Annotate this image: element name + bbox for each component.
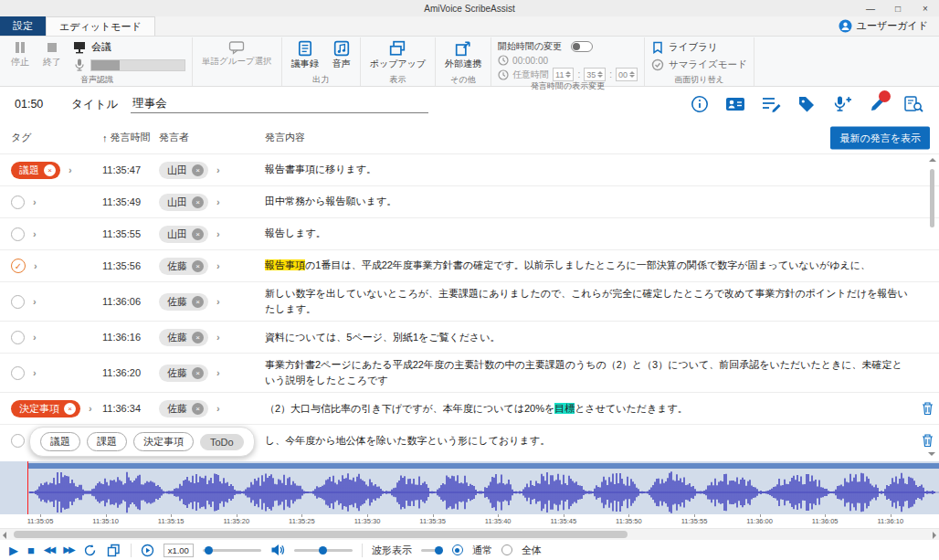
table-row[interactable]: ✓›11:35:56佐藤×›報告事項の1番目は、平成22年度事業方針書の確定です… (0, 249, 939, 281)
chevron-right-icon[interactable]: › (33, 196, 37, 207)
column-header-tag[interactable]: タグ (11, 131, 102, 144)
waveform[interactable] (0, 461, 939, 514)
tag-option[interactable]: 議題 (40, 432, 80, 451)
remove-speaker-icon[interactable]: × (192, 196, 204, 208)
speech-text[interactable]: 新しい数字を出していないところが、主要課題にありましたので、これらが完全に確定し… (250, 286, 915, 317)
chevron-right-icon[interactable]: › (216, 296, 220, 307)
play-button[interactable]: ▶ (9, 544, 18, 556)
spin-up-icon[interactable] (629, 71, 635, 74)
column-header-content[interactable]: 発言内容 (250, 131, 915, 144)
add-speaker-mic-button[interactable] (831, 93, 853, 115)
minimize-button[interactable]: — (857, 0, 884, 16)
chevron-right-icon[interactable]: › (216, 332, 220, 343)
table-row[interactable]: 決定事項×›11:36:34佐藤×›（2）大口与信比率の引き下げですが、本年度に… (0, 392, 939, 424)
remove-tag-icon[interactable]: × (44, 164, 56, 176)
table-row[interactable]: ›11:36:06佐藤×›新しい数字を出していないところが、主要課題にありました… (0, 281, 939, 321)
info-button[interactable] (689, 93, 711, 115)
speaker-pill[interactable]: 山田× (159, 226, 208, 243)
tag-select-circle[interactable] (11, 366, 25, 380)
speed-slider[interactable] (203, 549, 261, 552)
speaker-pill[interactable]: 佐藤× (159, 400, 208, 417)
table-row[interactable]: 議題×›11:35:47山田×›報告書事項に移ります。 (0, 153, 939, 185)
table-row[interactable]: ›11:35:49山田×›田中常務から報告願います。 (0, 185, 939, 217)
tag-select-circle[interactable] (11, 331, 25, 344)
speech-text[interactable]: 報告します。 (250, 226, 915, 241)
mode-normal-radio[interactable] (452, 544, 463, 555)
waveform-display-toggle[interactable] (421, 549, 443, 552)
spin-up-icon[interactable] (565, 71, 571, 74)
stop-playback-button[interactable]: ■ (27, 544, 35, 556)
table-row[interactable]: ›11:35:55山田×›報告します。 (0, 217, 939, 249)
volume-slider-knob[interactable] (319, 546, 327, 555)
spin-down-icon[interactable] (565, 75, 571, 78)
spin-up-icon[interactable] (597, 71, 603, 74)
chevron-right-icon[interactable]: › (216, 164, 220, 175)
table-row[interactable]: ›11:36:16佐藤×›資料については、5ページ、別紙1をご覧ください。 (0, 321, 939, 353)
playhead-cursor[interactable] (27, 461, 28, 514)
remove-speaker-icon[interactable]: × (192, 332, 204, 343)
chevron-right-icon[interactable]: › (216, 228, 220, 239)
column-header-speaker[interactable]: 発言者 (159, 131, 250, 144)
close-button[interactable]: × (912, 0, 939, 16)
chevron-right-icon[interactable]: › (69, 164, 72, 175)
summarize-mode-button[interactable]: サマライズモード (651, 58, 747, 71)
tag-option[interactable]: ToDo (200, 434, 244, 450)
spin-down-icon[interactable] (597, 75, 603, 78)
table-row[interactable]: ›11:36:20佐藤×›事業方針書2ページにあたる平成22年度の主要計数の中の… (0, 353, 939, 392)
spin-down-icon[interactable] (629, 75, 635, 78)
copy-button[interactable] (107, 543, 121, 557)
minutes-output-button[interactable]: 議事録 (289, 38, 322, 72)
volume-icon[interactable] (270, 544, 285, 556)
scroll-right-icon[interactable] (933, 532, 936, 539)
chevron-right-icon[interactable]: › (89, 403, 92, 414)
remove-speaker-icon[interactable]: × (192, 403, 204, 415)
remove-speaker-icon[interactable]: × (192, 296, 204, 308)
library-button[interactable]: ライブラリ (651, 41, 747, 54)
tab-edit-mode[interactable]: エディットモード (46, 16, 155, 36)
stop-button[interactable]: 停止 (8, 38, 32, 70)
table-scrollbar[interactable] (926, 156, 938, 460)
speech-text[interactable]: 事業方針書2ページにあたる平成22年度の主要計数の中の主要課題のうちの（2）と（… (250, 357, 915, 388)
tab-settings[interactable]: 設定 (0, 16, 46, 36)
tag-badge[interactable]: 決定事項× (11, 400, 80, 417)
tag-option[interactable]: 課題 (87, 432, 127, 451)
scroll-up-icon[interactable] (929, 158, 936, 162)
speech-text[interactable]: 報告事項の1番目は、平成22年度事業方針書の確定です。以前示しましたところに一部… (250, 258, 915, 273)
tag-select-circle[interactable] (11, 195, 25, 209)
speech-text[interactable]: 報告書事項に移ります。 (250, 162, 915, 177)
scroll-down-icon[interactable] (928, 452, 935, 456)
speed-slider-knob[interactable] (205, 546, 213, 555)
speaker-pill[interactable]: 山田× (159, 162, 208, 179)
speaker-pill[interactable]: 佐藤× (159, 365, 208, 382)
mode-all-radio[interactable] (501, 544, 512, 555)
speaker-card-button[interactable] (724, 93, 746, 115)
volume-slider[interactable] (294, 549, 353, 552)
repeat-button[interactable] (83, 543, 98, 557)
end-button[interactable]: 終了 (40, 38, 64, 70)
tag-select-circle[interactable] (11, 434, 25, 448)
audio-output-button[interactable]: 音声 (330, 38, 353, 72)
chevron-right-icon[interactable]: › (216, 260, 220, 271)
chevron-right-icon[interactable]: › (216, 196, 220, 207)
hour-spinner[interactable]: 11 (553, 68, 574, 81)
second-spinner[interactable]: 00 (616, 68, 638, 81)
tag-badge[interactable]: 議題× (11, 162, 60, 179)
speaker-pill[interactable]: 佐藤× (159, 258, 208, 275)
edit-list-button[interactable] (760, 93, 782, 115)
minute-spinner[interactable]: 35 (584, 68, 606, 81)
speaker-pill[interactable]: 山田× (159, 194, 208, 211)
speaker-pill[interactable]: 佐藤× (159, 329, 208, 346)
chevron-right-icon[interactable]: › (33, 228, 37, 239)
maximize-button[interactable]: □ (884, 0, 912, 16)
remove-tag-icon[interactable]: × (64, 403, 76, 415)
user-guide-button[interactable]: ユーザーガイド (839, 16, 939, 36)
word-group-select-button[interactable]: 単語グループ選択 (199, 38, 275, 69)
speaker-pill[interactable]: 佐藤× (159, 293, 208, 311)
speech-text[interactable]: （2）大口与信比率の引き下げですが、本年度については20%を目標とさせていただき… (250, 401, 915, 417)
chevron-right-icon[interactable]: › (33, 296, 37, 307)
forward-button[interactable]: ▶▶ (63, 545, 73, 555)
column-header-time[interactable]: ↑ 発言時間 (102, 131, 159, 144)
speech-text[interactable]: し、今年度から地公体を除いた数字という形にしております。 (250, 433, 915, 449)
tag-select-circle[interactable] (11, 295, 25, 309)
search-button[interactable] (902, 93, 924, 115)
